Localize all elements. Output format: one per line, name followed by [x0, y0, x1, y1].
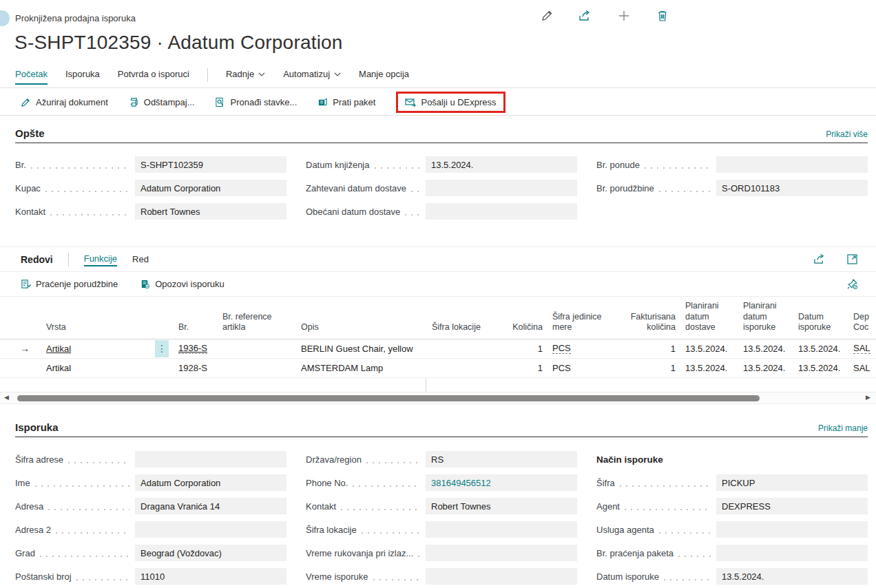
share-icon[interactable]	[578, 9, 592, 22]
cell-jedinica-value[interactable]: PCS	[552, 343, 571, 354]
field-value[interactable]: S-ORD101183	[716, 180, 868, 196]
field-value[interactable]	[716, 545, 868, 561]
field-value[interactable]	[135, 451, 286, 468]
breadcrumb[interactable]: Proknjižena prodajna isporuka	[15, 13, 136, 23]
row-menu-icon[interactable]: ⋮	[155, 340, 169, 357]
scroll-left-icon[interactable]: ◀	[4, 394, 9, 401]
field-value[interactable]	[716, 156, 868, 173]
print-button[interactable]: Odštampaj...	[129, 97, 195, 107]
send-to-dexpress-button[interactable]: Pošalji u DExpress	[405, 97, 496, 107]
find-entries-button[interactable]: Pronađi stavke...	[215, 97, 297, 107]
field-value[interactable]	[426, 568, 577, 585]
isporuka-section-title[interactable]: Isporuka	[15, 421, 59, 433]
col-jedinica[interactable]: Šifra jedinice mere	[548, 297, 622, 339]
cell-vrsta-value[interactable]: Artikal	[46, 344, 71, 354]
cell-fakturisana[interactable]: 1	[622, 359, 680, 377]
field-label: Šifra	[596, 478, 620, 488]
col-plan-isporuke[interactable]: Planirani datum isporuke	[738, 297, 793, 339]
field-value[interactable]	[426, 180, 577, 196]
col-br[interactable]: Br.	[174, 297, 218, 339]
field-value[interactable]	[716, 521, 868, 538]
scroll-right-icon[interactable]: ▶	[866, 394, 870, 401]
field-value[interactable]: 13.5.2024.	[426, 156, 577, 173]
field-value[interactable]: 11010	[135, 568, 286, 585]
scrollbar-thumb[interactable]	[17, 395, 760, 401]
field-value[interactable]	[426, 545, 577, 561]
cell-plan-dostave[interactable]: 13.5.2024.	[680, 339, 738, 358]
cell-datum-isporuke[interactable]: 13.5.2024.	[793, 359, 848, 377]
cell-vrsta[interactable]: Artikal	[41, 359, 174, 377]
cell-br-value[interactable]: 1936-S	[178, 343, 207, 354]
col-ref[interactable]: Br. reference artikla	[218, 297, 296, 339]
field-value[interactable]: S-SHPT102359	[135, 156, 286, 173]
col-kolicina[interactable]: Količina	[513, 297, 548, 339]
lines-menu-red[interactable]: Red	[132, 254, 149, 264]
share-icon[interactable]	[813, 253, 826, 265]
tab-pocetak[interactable]: Početak	[15, 69, 48, 85]
field-value[interactable]: Dragana Vranića 14	[135, 498, 286, 514]
col-opis[interactable]: Opis	[296, 297, 427, 339]
col-plan-dostave[interactable]: Planirani datum dostave	[680, 297, 738, 339]
field-value[interactable]	[135, 521, 286, 538]
edit-icon[interactable]	[540, 9, 553, 22]
undo-shipment-button[interactable]: Opozovi isporuku	[140, 279, 224, 289]
track-package-button[interactable]: Prati paket	[317, 97, 375, 107]
field-value[interactable]: 13.5.2024.	[716, 568, 868, 585]
cell-dep[interactable]: SAL	[848, 339, 876, 358]
field-label: Agent	[596, 501, 625, 512]
cell-jedinica[interactable]: PCS	[548, 359, 622, 377]
pin-off-icon[interactable]	[846, 278, 876, 290]
field-value-phone-link[interactable]: 381649456512	[426, 474, 577, 491]
opste-section-title[interactable]: Opšte	[15, 127, 45, 139]
menu-manje-opcija[interactable]: Manje opcija	[359, 69, 409, 85]
col-datum-isporuke[interactable]: Datum isporuke	[793, 297, 848, 339]
popout-icon[interactable]	[846, 253, 858, 265]
cell-kolicina[interactable]: 1	[513, 339, 548, 358]
cell-dep[interactable]: SAL	[848, 359, 876, 377]
lines-menu-funkcije[interactable]: Funkcije	[84, 252, 117, 266]
col-fakturisana[interactable]: Fakturisana količina	[622, 297, 680, 339]
cell-br[interactable]: 1936-S	[174, 339, 218, 358]
delete-icon[interactable]	[656, 9, 669, 22]
cell-opis[interactable]: AMSTERDAM Lamp	[296, 359, 427, 377]
cell-ref[interactable]	[218, 339, 296, 358]
cell-lokacija[interactable]	[427, 359, 513, 377]
field-value[interactable]	[426, 203, 577, 220]
cell-datum-isporuke[interactable]: 13.5.2024.	[793, 339, 848, 358]
field-value[interactable]	[426, 521, 577, 538]
cell-fakturisana[interactable]: 1	[622, 339, 680, 358]
cell-kolicina[interactable]: 1	[513, 359, 548, 377]
cell-plan-isporuke[interactable]: 13.5.2024.	[738, 339, 793, 358]
col-lokacija[interactable]: Šifra lokacije	[427, 297, 513, 339]
field-value[interactable]: DEXPRESS	[716, 498, 868, 514]
col-dep-code[interactable]: Dep Coc	[848, 297, 876, 339]
cell-opis[interactable]: BERLIN Guest Chair, yellow	[296, 339, 427, 358]
cell-br[interactable]: 1928-S	[174, 359, 218, 377]
menu-automatizuj[interactable]: Automatizuj	[283, 69, 341, 85]
dot-leader	[45, 191, 129, 192]
tab-potvrda-o-isporuci[interactable]: Potvrda o isporuci	[118, 69, 189, 85]
col-vrsta[interactable]: Vrsta	[41, 297, 174, 339]
undo-shipment-icon	[140, 279, 150, 289]
field-value[interactable]: Robert Townes	[426, 498, 577, 514]
cell-dep-value[interactable]: SAL	[853, 343, 870, 354]
show-less-link[interactable]: Prikaži manje	[818, 423, 868, 433]
field-value[interactable]: Adatum Corporation	[135, 180, 286, 196]
cell-ref[interactable]	[218, 359, 296, 377]
cell-plan-dostave[interactable]: 13.5.2024.	[680, 359, 738, 377]
show-more-link[interactable]: Prikaži više	[826, 129, 868, 139]
update-document-button[interactable]: Ažuriraj dokument	[21, 97, 108, 107]
cell-lokacija[interactable]	[427, 339, 513, 358]
menu-radnje[interactable]: Radnje	[226, 69, 265, 85]
field-value[interactable]: PICKUP	[716, 474, 868, 491]
cell-jedinica[interactable]: PCS	[548, 339, 622, 358]
order-tracking-button[interactable]: Praćenje porudžbine	[21, 279, 118, 289]
field-value[interactable]: RS	[426, 451, 577, 468]
field-value[interactable]: Beograd (Voždovac)	[135, 545, 286, 561]
field-value[interactable]: Adatum Corporation	[135, 474, 286, 491]
field-value[interactable]: Robert Townes	[135, 203, 286, 220]
add-icon[interactable]	[617, 9, 630, 22]
horizontal-scrollbar[interactable]: ◀ ▶	[0, 392, 876, 404]
tab-isporuka[interactable]: Isporuka	[65, 69, 100, 85]
cell-plan-isporuke[interactable]: 13.5.2024.	[738, 359, 793, 377]
